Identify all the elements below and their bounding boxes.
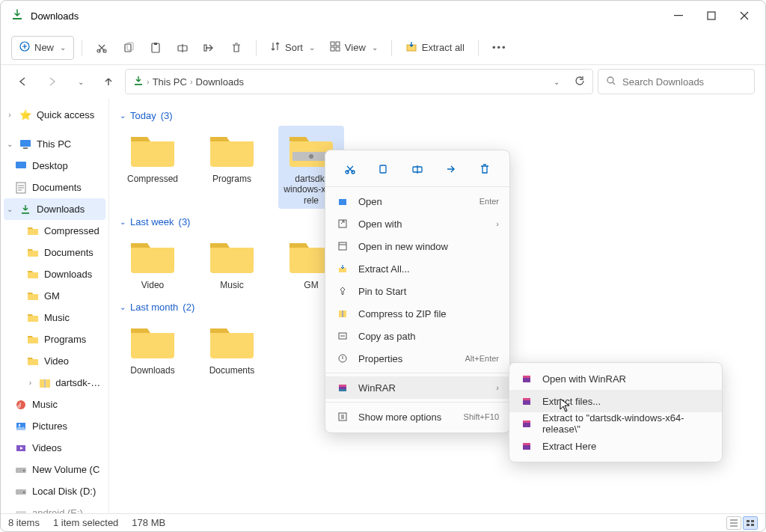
submenu-extract-to[interactable]: Extract to "dartsdk-windows-x64-release\…	[509, 412, 722, 435]
ctx-cut-button[interactable]	[339, 158, 361, 180]
sidebar-item-gm[interactable]: GM	[1, 285, 108, 307]
ctx-open[interactable]: OpenEnter	[325, 190, 509, 213]
svg-rect-40	[747, 524, 750, 526]
search-box[interactable]	[598, 69, 755, 94]
close-button[interactable]	[728, 4, 761, 28]
extract-icon	[336, 263, 349, 274]
folder-icon	[26, 355, 40, 368]
path-icon	[336, 331, 349, 341]
svg-rect-65	[523, 443, 530, 445]
ctx-pin-start[interactable]: Pin to Start	[325, 280, 509, 302]
breadcrumb-this-pc[interactable]: This PC	[153, 76, 187, 88]
sidebar-item-video-sub[interactable]: Video	[1, 350, 108, 372]
sidebar-item-dartsdk[interactable]: ›dartsdk-wind	[1, 372, 108, 394]
view-toggle	[726, 516, 758, 530]
delete-button[interactable]	[224, 36, 248, 60]
properties-icon	[336, 353, 349, 364]
chevron-down-icon[interactable]: ⌄	[554, 78, 560, 86]
address-bar[interactable]: › This PC › Downloads ⌄	[125, 69, 593, 94]
share-button[interactable]	[197, 36, 221, 60]
rename-button[interactable]	[171, 36, 194, 60]
ctx-share-button[interactable]	[440, 158, 462, 180]
chevron-right-icon: ›	[147, 77, 150, 86]
ctx-copy-button[interactable]	[373, 158, 395, 180]
sidebar-item-compressed[interactable]: Compressed	[1, 220, 108, 242]
sidebar-item-music[interactable]: Music	[1, 394, 108, 415]
open-icon	[336, 196, 349, 207]
new-button[interactable]: New ⌄	[11, 36, 74, 60]
maximize-button[interactable]	[695, 4, 728, 28]
extract-all-button[interactable]: Extract all	[399, 36, 471, 60]
back-button[interactable]	[11, 70, 35, 94]
folder-item-music[interactable]: Music	[199, 232, 265, 293]
sidebar-item-downloads[interactable]: ⌄Downloads	[4, 198, 105, 220]
ctx-open-with[interactable]: Open with›	[325, 213, 509, 235]
sidebar-item-documents[interactable]: Documents	[1, 177, 108, 198]
ctx-rename-button[interactable]	[406, 158, 429, 180]
paste-icon	[150, 42, 162, 54]
chevron-down-icon: ⌄	[5, 205, 14, 213]
view-button[interactable]: View ⌄	[324, 36, 384, 60]
submenu-open-winrar[interactable]: Open with WinRAR	[509, 367, 722, 390]
icons-view-button[interactable]	[743, 516, 758, 530]
pictures-icon	[14, 420, 28, 433]
folder-item-programs[interactable]: Programs	[199, 126, 265, 209]
minimize-button[interactable]	[662, 4, 695, 28]
refresh-button[interactable]	[574, 76, 585, 88]
sidebar-item-documents-sub[interactable]: Documents	[1, 242, 108, 263]
copy-button[interactable]	[117, 36, 141, 60]
sidebar-item-this-pc[interactable]: ⌄This PC	[1, 133, 108, 155]
submenu-extract-here[interactable]: Extract Here	[509, 435, 722, 457]
sidebar-item-pictures[interactable]: Pictures	[1, 415, 108, 437]
sidebar-item-quick-access[interactable]: ›⭐Quick access	[1, 104, 108, 126]
ctx-show-more[interactable]: Show more optionsShift+F10	[325, 406, 509, 428]
sidebar-item-android[interactable]: android (E:)	[1, 502, 108, 513]
submenu-extract-files[interactable]: Extract files...	[509, 390, 722, 412]
ctx-properties[interactable]: PropertiesAlt+Enter	[325, 347, 509, 370]
search-input[interactable]	[622, 76, 748, 88]
sidebar-item-downloads-sub[interactable]: Downloads	[1, 263, 108, 285]
svg-rect-0	[13, 18, 22, 19]
window-icon	[336, 241, 349, 251]
downloads-icon	[133, 76, 144, 88]
svg-rect-30	[16, 468, 26, 473]
chevron-down-icon: ⌄	[78, 78, 84, 86]
documents-icon	[14, 181, 28, 195]
folder-item-documents[interactable]: Documents	[199, 317, 265, 379]
forward-button[interactable]	[40, 70, 64, 94]
ctx-delete-button[interactable]	[474, 158, 496, 180]
ctx-compress-zip[interactable]: Compress to ZIP file	[325, 302, 509, 325]
chevron-down-icon: ⌄	[120, 303, 126, 311]
sort-button[interactable]: Sort ⌄	[264, 36, 321, 60]
group-header-today[interactable]: ⌄Today (3)	[120, 110, 755, 121]
recent-button[interactable]: ⌄	[68, 70, 92, 94]
ctx-open-new-window[interactable]: Open in new window	[325, 235, 509, 257]
svg-rect-51	[342, 311, 343, 317]
details-view-button[interactable]	[726, 516, 741, 530]
winrar-icon	[520, 418, 533, 429]
context-quick-actions	[325, 155, 509, 183]
window-title: Downloads	[31, 10, 662, 22]
svg-rect-55	[339, 385, 346, 387]
folder-item-downloads[interactable]: Downloads	[120, 317, 186, 379]
sidebar-item-desktop[interactable]: Desktop	[1, 155, 108, 177]
plus-icon	[19, 41, 30, 54]
paste-button[interactable]	[144, 36, 168, 60]
breadcrumb-downloads[interactable]: Downloads	[196, 76, 244, 88]
sidebar-item-videos[interactable]: Videos	[1, 437, 108, 459]
status-selected: 1 item selected	[53, 517, 118, 528]
folder-item-video[interactable]: Video	[120, 232, 186, 293]
up-button[interactable]	[96, 70, 120, 94]
folder-item-compressed[interactable]: Compressed	[120, 126, 186, 209]
sidebar-item-new-volume[interactable]: New Volume (C	[1, 459, 108, 480]
winrar-icon	[336, 382, 349, 393]
ctx-winrar[interactable]: WinRAR›	[325, 376, 509, 399]
more-button[interactable]: •••	[486, 36, 513, 60]
sidebar-item-programs-sub[interactable]: Programs	[1, 328, 108, 350]
sidebar-item-music-sub[interactable]: Music	[1, 307, 108, 328]
cut-button[interactable]	[90, 36, 114, 60]
ctx-copy-path[interactable]: Copy as path	[325, 325, 509, 347]
sidebar-item-local-disk[interactable]: Local Disk (D:)	[1, 480, 108, 502]
ctx-extract-all[interactable]: Extract All...	[325, 257, 509, 280]
svg-rect-23	[22, 213, 29, 214]
